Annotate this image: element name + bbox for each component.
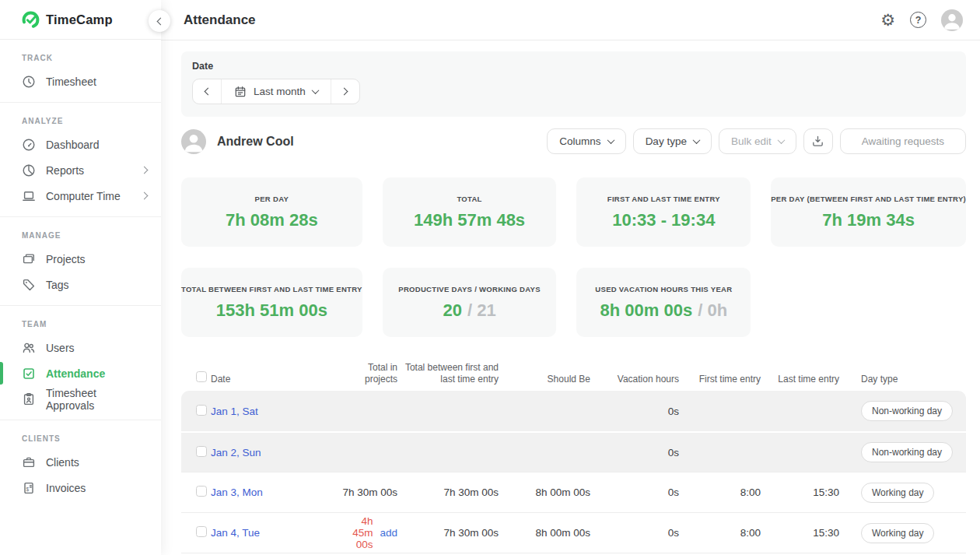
section-label-manage: MANAGE (0, 220, 161, 246)
stat-value: 20 (443, 300, 461, 321)
bulk-edit-button[interactable]: Bulk edit (719, 128, 796, 154)
cell-total-between: 7h 30m 00s (397, 527, 499, 539)
svg-text:$: $ (26, 486, 30, 491)
logo-text: TimeCamp (46, 12, 113, 27)
person-icon (941, 9, 963, 31)
date-link[interactable]: Jan 3, Mon (211, 487, 263, 498)
sidebar-collapse-button[interactable] (149, 10, 170, 32)
help-icon[interactable]: ? (910, 12, 926, 28)
stat-card-first-last-entry: FIRST AND LAST TIME ENTRY 10:33 - 19:34 (576, 177, 751, 247)
row-checkbox[interactable] (196, 486, 207, 497)
stat-label: TOTAL BETWEEN FIRST AND LAST TIME ENTRY (181, 285, 362, 293)
sidebar-item-users[interactable]: Users (0, 335, 161, 360)
awaiting-requests-button[interactable]: Awaiting requests (840, 128, 966, 154)
invoice-icon: $ (22, 481, 36, 495)
cell-vacation-hours: 0s (590, 447, 679, 458)
chevron-left-icon (205, 88, 212, 96)
sidebar-item-label: Clients (46, 456, 79, 469)
user-avatar[interactable] (941, 9, 963, 31)
pie-chart-icon (22, 163, 36, 177)
stat-card-total: TOTAL 149h 57m 48s (383, 177, 557, 247)
day-type-badge[interactable]: Working day (861, 483, 934, 503)
sidebar: TimeCamp TRACK Timesheet ANALYZE Dashboa… (0, 0, 161, 555)
day-type-button[interactable]: Day type (633, 128, 712, 154)
day-type-badge[interactable]: Working day (861, 523, 934, 543)
chevron-down-icon (777, 136, 785, 144)
sidebar-item-computer-time[interactable]: Computer Time (0, 183, 161, 209)
table-row: Jan 4, Tue 4h 45m 00s add 7h 30m 00s 8h … (181, 512, 966, 553)
sidebar-item-clients[interactable]: Clients (0, 449, 161, 475)
sidebar-item-timesheet[interactable]: Timesheet (0, 68, 161, 94)
header-day-type: Day type (839, 374, 966, 385)
laptop-icon (22, 189, 36, 203)
cell-total-in-projects: 7h 30m 00s (338, 487, 397, 498)
sidebar-item-projects[interactable]: Projects (0, 246, 161, 272)
previous-period-button[interactable] (193, 79, 221, 104)
sidebar-item-label: Attendance (46, 367, 105, 380)
clipboard-icon (22, 392, 36, 406)
date-link[interactable]: Jan 4, Tue (211, 527, 260, 539)
section-label-analyze: ANALYZE (0, 106, 161, 132)
settings-icon[interactable]: ⚙︎ (880, 12, 895, 28)
row-checkbox[interactable] (196, 446, 207, 457)
add-time-link[interactable]: add (380, 527, 397, 539)
day-type-badge[interactable]: Non-working day (861, 401, 953, 421)
stat-value: 149h 57m 48s (414, 210, 525, 230)
header-date: Date (211, 374, 338, 385)
stat-card-per-day: PER DAY 7h 08m 28s (181, 177, 362, 247)
day-type-badge[interactable]: Non-working day (861, 442, 953, 462)
cell-total-in-projects: 4h 45m 00s (338, 515, 373, 550)
columns-button[interactable]: Columns (547, 128, 625, 154)
awaiting-requests-label: Awaiting requests (862, 135, 944, 147)
sidebar-item-attendance[interactable]: Attendance (0, 360, 161, 386)
date-filter-label: Date (192, 61, 955, 72)
person-icon (181, 129, 206, 154)
users-icon (22, 341, 36, 355)
tag-icon (22, 278, 36, 292)
sidebar-item-label: Computer Time (46, 190, 121, 202)
period-dropdown[interactable]: Last month (221, 79, 331, 104)
sidebar-item-label: Reports (46, 164, 84, 177)
stat-card-productive-days: PRODUCTIVE DAYS / WORKING DAYS 20 / 21 (383, 268, 557, 337)
header-vacation-hours: Vacation hours (590, 374, 679, 385)
table-header: Date Total in projects Total between fir… (181, 358, 966, 391)
stats-cards: PER DAY 7h 08m 28s TOTAL 149h 57m 48s FI… (181, 177, 966, 337)
next-period-button[interactable] (331, 79, 359, 104)
period-value: Last month (254, 86, 306, 97)
stat-value: 7h 19m 34s (822, 210, 915, 230)
header-last-time-entry: Last time entry (761, 374, 839, 385)
sidebar-item-timesheet-approvals[interactable]: Timesheet Approvals (0, 386, 161, 412)
row-checkbox[interactable] (196, 526, 207, 537)
cell-first-time-entry: 8:00 (679, 527, 761, 539)
cell-total-between: 7h 30m 00s (397, 487, 499, 498)
chevron-right-icon (141, 192, 149, 200)
briefcase-icon (22, 455, 36, 469)
chevron-right-icon (141, 167, 149, 174)
select-all-checkbox[interactable] (196, 371, 207, 382)
sidebar-item-invoices[interactable]: $ Invoices (0, 475, 161, 501)
chevron-left-icon (157, 17, 165, 25)
table-row: Jan 1, Sat 0s Non-working day (181, 391, 966, 431)
gauge-icon (22, 138, 36, 152)
stat-label: PER DAY (BETWEEN FIRST AND LAST TIME ENT… (771, 195, 966, 203)
export-button[interactable] (803, 128, 833, 154)
stat-value: 10:33 - 19:34 (612, 210, 715, 230)
sidebar-item-reports[interactable]: Reports (0, 157, 161, 183)
sidebar-item-dashboard[interactable]: Dashboard (0, 132, 161, 157)
stat-label: FIRST AND LAST TIME ENTRY (607, 195, 720, 203)
section-label-track: TRACK (0, 43, 161, 68)
date-link[interactable]: Jan 1, Sat (211, 406, 258, 417)
cell-vacation-hours: 0s (590, 487, 679, 498)
logo[interactable]: TimeCamp (0, 0, 161, 40)
date-link[interactable]: Jan 2, Sun (211, 447, 261, 458)
sidebar-item-tags[interactable]: Tags (0, 272, 161, 297)
header-should-be: Should Be (499, 374, 590, 385)
row-checkbox[interactable] (196, 405, 207, 416)
toolbar: Columns Day type Bulk edit Awaiting requ… (547, 128, 966, 154)
section-label-team: TEAM (0, 309, 161, 335)
stat-card-per-day-between: PER DAY (BETWEEN FIRST AND LAST TIME ENT… (771, 177, 966, 247)
cell-vacation-hours: 0s (590, 527, 679, 539)
date-filter-panel: Date Last month (181, 51, 966, 117)
stat-card-used-vacation: USED VACATION HOURS THIS YEAR 8h 00m 00s… (576, 268, 751, 337)
date-range-control: Last month (192, 79, 360, 104)
